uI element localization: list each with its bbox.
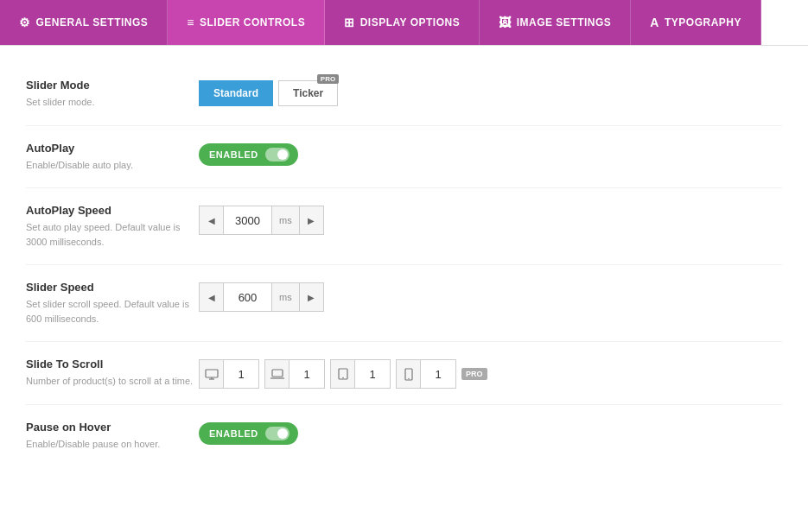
tab-typography[interactable]: A TYPOGRAPHY bbox=[631, 0, 761, 45]
slider-mode-title: Slider Mode bbox=[26, 79, 199, 92]
setting-autoplay: AutoPlay Enable/Disable auto play. ENABL… bbox=[26, 126, 782, 189]
svg-point-7 bbox=[408, 377, 409, 378]
slider-speed-decrement[interactable]: ◀ bbox=[200, 283, 224, 311]
pause-hover-toggle-label: ENABLED bbox=[209, 428, 258, 439]
pause-hover-title: Pause on Hover bbox=[26, 421, 199, 434]
scroll-mobile bbox=[396, 359, 456, 389]
slide-to-scroll-title: Slide To Scroll bbox=[26, 358, 199, 370]
scroll-mobile-input[interactable] bbox=[421, 360, 455, 388]
setting-label-autoplay-speed: AutoPlay Speed Set auto play speed. Defa… bbox=[26, 204, 199, 249]
gear-icon: ⚙ bbox=[19, 16, 31, 29]
autoplay-speed-unit: ms bbox=[271, 206, 299, 234]
svg-rect-0 bbox=[206, 370, 218, 377]
tab-general[interactable]: ⚙ GENERAL SETTINGS bbox=[0, 0, 168, 45]
autoplay-speed-increment[interactable]: ▶ bbox=[299, 206, 323, 234]
mode-standard-button[interactable]: Standard bbox=[199, 80, 273, 106]
tab-general-label: GENERAL SETTINGS bbox=[36, 16, 149, 28]
setting-label-slider-mode: Slider Mode Set slider mode. bbox=[26, 79, 199, 110]
tab-display[interactable]: ⊞ DISPLAY OPTIONS bbox=[325, 0, 480, 45]
pause-hover-toggle[interactable]: ENABLED bbox=[199, 422, 298, 445]
image-icon: 🖼 bbox=[499, 16, 512, 29]
slider-speed-unit: ms bbox=[271, 283, 299, 311]
slider-speed-increment[interactable]: ▶ bbox=[299, 283, 323, 311]
tabs-container: ⚙ GENERAL SETTINGS ≡ SLIDER CONTROLS ⊞ D… bbox=[0, 0, 808, 46]
setting-label-slide-to-scroll: Slide To Scroll Number of product(s) to … bbox=[26, 358, 199, 389]
setting-label-slider-speed: Slider Speed Set slider scroll speed. De… bbox=[26, 281, 199, 326]
autoplay-speed-desc: Set auto play speed. Default value is 30… bbox=[26, 220, 199, 249]
scroll-desktop-input[interactable] bbox=[224, 360, 258, 388]
slider-speed-input[interactable] bbox=[224, 283, 271, 311]
setting-slide-to-scroll: Slide To Scroll Number of product(s) to … bbox=[26, 342, 782, 405]
setting-label-autoplay: AutoPlay Enable/Disable auto play. bbox=[26, 142, 199, 173]
slide-scroll-pro-badge: PRO bbox=[461, 368, 487, 380]
setting-pause-hover: Pause on Hover Enable/Disable pause on h… bbox=[26, 405, 782, 467]
autoplay-control: ENABLED bbox=[199, 142, 298, 166]
svg-point-5 bbox=[342, 377, 344, 379]
tab-slider[interactable]: ≡ SLIDER CONTROLS bbox=[168, 0, 325, 45]
laptop-icon bbox=[265, 360, 289, 388]
slide-to-scroll-desc: Number of product(s) to scroll at a time… bbox=[26, 374, 199, 389]
tablet-icon bbox=[331, 360, 355, 388]
slider-speed-title: Slider Speed bbox=[26, 281, 199, 294]
sliders-icon: ≡ bbox=[187, 16, 194, 29]
desktop-icon bbox=[200, 360, 224, 388]
autoplay-desc: Enable/Disable auto play. bbox=[26, 158, 199, 173]
scroll-laptop bbox=[264, 359, 325, 389]
tab-bar: ⚙ GENERAL SETTINGS ≡ SLIDER CONTROLS ⊞ D… bbox=[0, 0, 808, 46]
pause-hover-control: ENABLED bbox=[199, 421, 298, 445]
slider-mode-desc: Set slider mode. bbox=[26, 95, 199, 110]
pause-hover-desc: Enable/Disable pause on hover. bbox=[26, 437, 199, 452]
pro-badge-ticker: PRO bbox=[317, 74, 339, 84]
slider-speed-control: ◀ ms ▶ bbox=[199, 281, 324, 312]
grid-icon: ⊞ bbox=[344, 16, 355, 29]
pause-hover-toggle-switch[interactable] bbox=[265, 427, 289, 440]
autoplay-toggle-label: ENABLED bbox=[209, 149, 258, 160]
content-area: Slider Mode Set slider mode. Standard Ti… bbox=[0, 46, 808, 484]
slider-speed-desc: Set slider scroll speed. Default value i… bbox=[26, 297, 199, 326]
mobile-icon bbox=[397, 360, 421, 388]
scroll-tablet bbox=[330, 359, 391, 389]
mode-ticker-button[interactable]: Ticker PRO bbox=[278, 80, 338, 106]
tab-display-label: DISPLAY OPTIONS bbox=[360, 16, 461, 28]
tab-typography-label: TYPOGRAPHY bbox=[665, 16, 741, 28]
setting-label-pause-hover: Pause on Hover Enable/Disable pause on h… bbox=[26, 421, 199, 452]
autoplay-toggle-switch[interactable] bbox=[265, 148, 289, 162]
slider-mode-control: Standard Ticker PRO bbox=[199, 79, 338, 106]
slide-to-scroll-control: PRO bbox=[199, 358, 487, 389]
setting-slider-speed: Slider Speed Set slider scroll speed. De… bbox=[26, 265, 782, 342]
typography-icon: A bbox=[650, 16, 659, 29]
autoplay-toggle[interactable]: ENABLED bbox=[199, 143, 298, 166]
autoplay-speed-spinner: ◀ ms ▶ bbox=[199, 206, 324, 235]
slider-speed-spinner: ◀ ms ▶ bbox=[199, 282, 324, 312]
scroll-tablet-input[interactable] bbox=[355, 360, 390, 388]
autoplay-title: AutoPlay bbox=[26, 142, 199, 155]
svg-rect-3 bbox=[272, 370, 283, 377]
setting-slider-mode: Slider Mode Set slider mode. Standard Ti… bbox=[26, 63, 782, 126]
autoplay-speed-input[interactable] bbox=[224, 206, 271, 234]
autoplay-speed-control: ◀ ms ▶ bbox=[199, 204, 324, 235]
setting-autoplay-speed: AutoPlay Speed Set auto play speed. Defa… bbox=[26, 188, 782, 265]
tab-slider-label: SLIDER CONTROLS bbox=[200, 16, 305, 28]
scroll-desktop bbox=[199, 359, 259, 389]
tab-image[interactable]: 🖼 IMAGE SETTINGS bbox=[480, 0, 631, 45]
autoplay-speed-decrement[interactable]: ◀ bbox=[200, 206, 224, 234]
scroll-laptop-input[interactable] bbox=[289, 360, 324, 388]
tab-image-label: IMAGE SETTINGS bbox=[517, 16, 612, 28]
autoplay-speed-title: AutoPlay Speed bbox=[26, 204, 199, 217]
